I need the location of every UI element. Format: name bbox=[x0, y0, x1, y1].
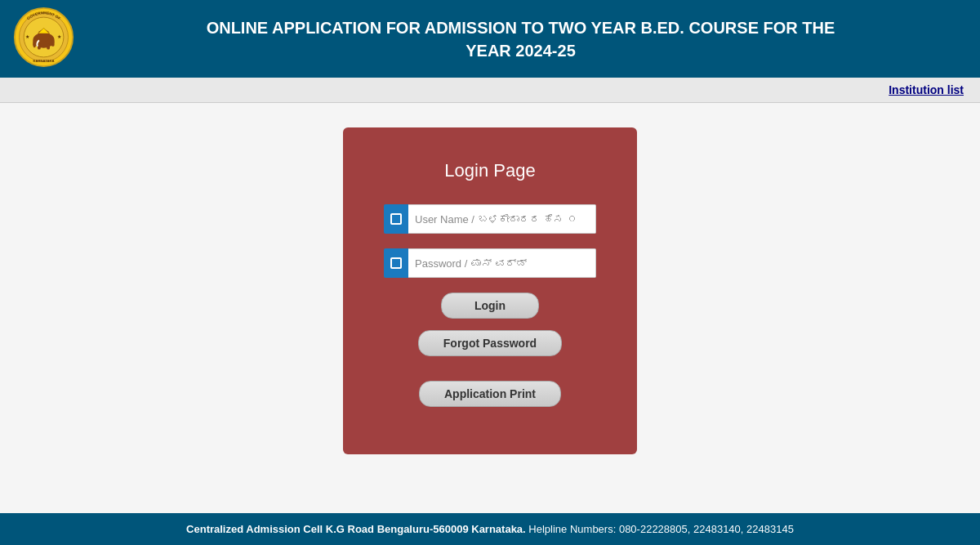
password-input[interactable] bbox=[408, 248, 596, 278]
username-input[interactable] bbox=[408, 204, 596, 234]
svg-rect-8 bbox=[51, 40, 55, 47]
svg-text:★: ★ bbox=[57, 34, 61, 39]
svg-rect-7 bbox=[47, 43, 50, 50]
page-footer: Centralized Admission Cell K.G Road Beng… bbox=[0, 513, 980, 545]
username-icon bbox=[384, 204, 408, 234]
page-title: ONLINE APPLICATION FOR ADMISSION TO TWO … bbox=[74, 16, 967, 62]
svg-text:★: ★ bbox=[25, 34, 29, 39]
svg-text:KARNATAKA: KARNATAKA bbox=[33, 59, 54, 63]
header-title-area: ONLINE APPLICATION FOR ADMISSION TO TWO … bbox=[74, 16, 967, 62]
username-input-row bbox=[384, 204, 596, 234]
logo-container: GOVERNMENT OF KARNATAKA ★ ★ bbox=[13, 7, 74, 71]
login-page-title: Login Page bbox=[444, 160, 535, 181]
login-button[interactable]: Login bbox=[441, 293, 539, 319]
forgot-password-button[interactable]: Forgot Password bbox=[418, 330, 562, 356]
page-header: GOVERNMENT OF KARNATAKA ★ ★ ONLINE APPLI… bbox=[0, 0, 980, 78]
password-input-row bbox=[384, 248, 596, 278]
user-icon-shape bbox=[390, 213, 402, 225]
karnataka-seal-icon: GOVERNMENT OF KARNATAKA ★ ★ bbox=[13, 7, 74, 68]
main-content: Login Page Login Forgot Password Applica… bbox=[0, 103, 980, 513]
svg-rect-6 bbox=[38, 43, 41, 50]
login-card: Login Page Login Forgot Password Applica… bbox=[343, 127, 637, 454]
sub-header: Institution list bbox=[0, 78, 980, 103]
footer-address: Centralized Admission Cell K.G Road Beng… bbox=[186, 523, 794, 535]
password-icon bbox=[384, 248, 408, 278]
lock-icon-shape bbox=[390, 257, 402, 269]
application-print-button[interactable]: Application Print bbox=[419, 381, 561, 407]
institution-list-link[interactable]: Institution list bbox=[889, 83, 964, 96]
